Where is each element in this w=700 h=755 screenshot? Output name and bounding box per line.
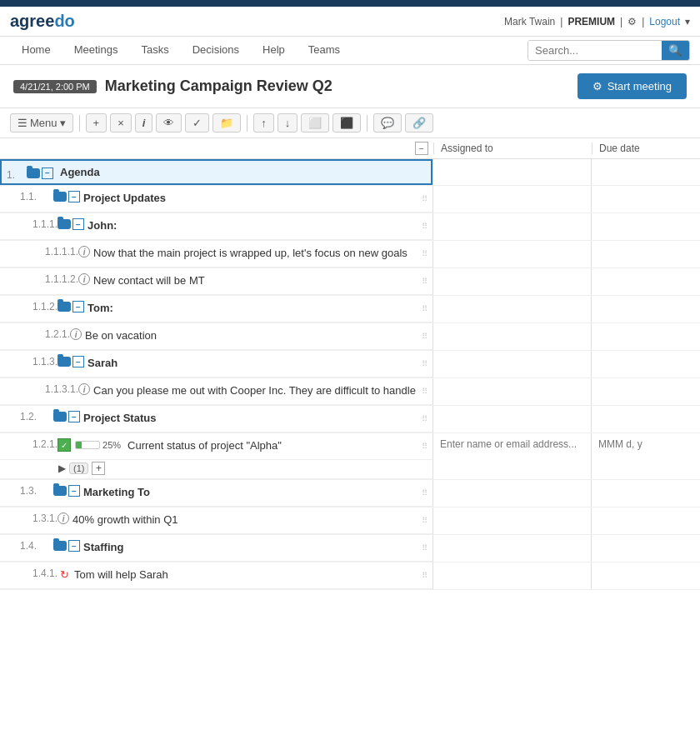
toolbar: ☰ Menu ▾ + × i 👁 ✓ 📁 ↑ ↓ ⬜ ⬛ 💬 🔗 [0,108,700,138]
menu-icon: ☰ [18,117,28,129]
nav-tasks[interactable]: Tasks [129,37,180,64]
row-1-4-1-due [592,562,700,589]
row-icons-1: − [27,166,53,179]
delete-button[interactable]: × [110,113,132,132]
collapse-all-button[interactable]: − [415,142,428,155]
expand-chevron[interactable]: ▶ [58,462,66,474]
row-icons-1-4: − [53,538,80,552]
row-num-1-1-1-1: 1.1.1.1. [3,244,78,258]
separator3: | [642,16,644,28]
move-down-button[interactable]: ↓ [278,113,298,132]
agenda-row-1-1-1-1: 1.1.1.1. i Now that the main project is … [0,241,700,268]
agenda-item-1-1-1-1: 1.1.1.1. i Now that the main project is … [0,241,432,268]
item-text-1-1-3-1: Can you please me out with Cooper Inc. T… [93,382,420,398]
drag-handle-1-4: ⠿ [420,542,429,554]
agenda-title-input[interactable] [57,161,431,183]
agenda-row-1-1-1-2: 1.1.1.2. i New contact will be MT ⠿ [0,268,700,296]
progress-fill [76,442,82,448]
nav-help[interactable]: Help [251,37,297,64]
drag-handle-1-1-1-1: ⠿ [420,248,429,260]
row-num-1-1-2: 1.1.2. [3,299,58,312]
search-button[interactable]: 🔍 [662,41,689,60]
outdent-button[interactable]: ⬛ [332,113,361,132]
logo: agreedo [10,12,75,31]
folder-icon-1 [27,168,40,178]
drag-handle-1-1-3: ⠿ [420,358,429,370]
row-1-2-1-assigned [433,433,592,479]
nav-meetings[interactable]: Meetings [62,37,130,64]
item-text-1-1-1-2: New contact will be MT [93,272,420,288]
minus-icon-1-3: − [68,485,80,497]
row-1-assigned [433,159,592,185]
drag-handle-1-1-3-1: ⠿ [420,385,429,398]
minus-icon-1-1-1: − [72,218,84,230]
item-text-1-1: Project Updates [83,189,420,206]
agenda-row-1-2-1-vacation: 1.2.1. i Be on vacation ⠿ [0,323,700,351]
indent-button[interactable]: ⬜ [301,113,329,132]
info-icon-vacation: i [70,328,82,340]
folder-icon-1-1-2 [58,302,71,312]
start-meeting-label: Start meeting [608,80,672,92]
drag-handle-1-1-1-2: ⠿ [420,275,429,288]
agenda-item-1-2-1: 1.2.1. 25% Current status of project "Al… [0,433,432,460]
row-1-1-due [592,186,700,212]
row-num-1-4: 1.4. [3,538,53,552]
checkbox-icon-1-2-1[interactable] [58,438,71,452]
row-vacation-assigned [433,323,592,350]
row-icons-1-1-1: − [58,217,84,230]
folder-button[interactable]: 📁 [212,113,241,132]
row-num-1-1-1-2: 1.1.1.2. [3,272,78,285]
drag-handle-1-4-1: ⠿ [420,569,429,582]
drag-handle-1-1-1: ⠿ [420,220,429,232]
row-num-1-3-1: 1.3.1. [3,511,58,524]
row-1-1-3-1-due [592,378,700,405]
agenda-item-1-4: 1.4. − Staffing ⠿ [0,535,432,562]
progress-bar [75,441,100,449]
username: Mark Twain [504,16,555,28]
row-icons-1-3: − [53,483,80,497]
view-button[interactable]: 👁 [156,113,182,132]
add-subtask-button[interactable]: + [92,462,105,475]
header-right: Mark Twain | PREMIUM | ⚙ | Logout ▾ [504,16,690,28]
nav-teams[interactable]: Teams [297,37,352,64]
agenda-item-1: 1. − [0,159,432,185]
add-button[interactable]: + [86,113,108,132]
item-text-1-2: Project Status [83,409,420,426]
minus-icon-1-1: − [68,191,80,202]
nav-home[interactable]: Home [10,37,62,64]
drag-handle-1-2: ⠿ [420,412,429,425]
folder-icon-1-3 [53,486,67,496]
assigned-input-1-2-1[interactable] [438,437,586,452]
start-meeting-button[interactable]: ⚙ Start meeting [578,73,687,99]
link-button[interactable]: 🔗 [405,113,433,132]
logout-link[interactable]: Logout [649,16,680,28]
row-1-1-1-2-due [592,268,700,295]
agenda-container: 1. − 1.1. − Project Updates ⠿ [0,159,700,590]
row-1-4-assigned [433,535,592,562]
item-text-1-4: Staffing [83,538,420,555]
meeting-title: Marketing Campaign Review Q2 [105,78,332,95]
folder-icon-1-2 [53,412,67,422]
drag-handle-1-3: ⠿ [420,487,429,499]
user-menu-icon[interactable]: ▾ [685,16,690,28]
plan-badge: PREMIUM [568,16,615,28]
info-icon-1-1-1-1: i [78,246,90,258]
agenda-row-1-4-1: 1.4.1. ↻ Tom will help Sarah ⠿ [0,562,700,590]
minus-icon-1: − [42,168,53,179]
move-up-button[interactable]: ↑ [253,113,274,132]
search-input[interactable] [528,41,662,60]
settings-icon[interactable]: ⚙ [628,16,637,28]
check-button[interactable]: ✓ [185,113,209,132]
menu-button[interactable]: ☰ Menu ▾ [10,113,73,132]
row-num-1-4-1: 1.4.1. [3,566,58,579]
agenda-item-1-1: 1.1. − Project Updates ⠿ [0,186,432,212]
info-button[interactable]: i [135,113,153,132]
due-input-1-2-1[interactable] [597,437,695,452]
row-1-4-due [592,535,700,562]
subtask-expand-row: ▶ (1) + [0,460,432,479]
comment-button[interactable]: 💬 [373,113,402,132]
drag-handle-1-3-1: ⠿ [420,514,429,527]
toolbar-separator2 [247,115,248,132]
row-1-3-due [592,480,700,507]
nav-decisions[interactable]: Decisions [181,37,251,64]
